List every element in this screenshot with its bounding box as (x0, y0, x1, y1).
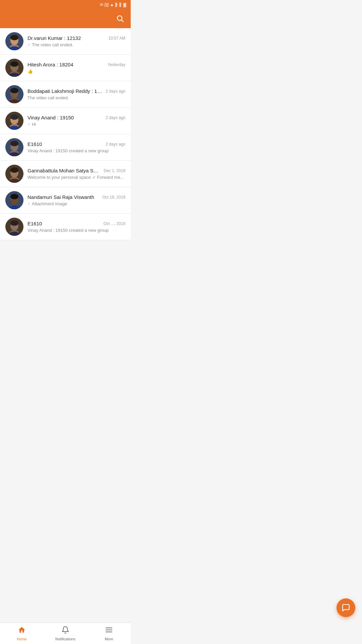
avatar (5, 112, 23, 130)
avatar (5, 85, 23, 103)
signal-icon: ▋ (115, 3, 118, 7)
chat-item[interactable]: Vinay Anand : 19150 2 days ago ✓Hi (0, 108, 131, 134)
svg-point-24 (10, 167, 18, 173)
avatar (5, 191, 23, 209)
chat-preview: ✓The video call ended. (27, 42, 125, 47)
chat-content: Boddapati Lakshmoji Reddy : 11... 2 days… (27, 88, 125, 100)
chat-preview: ✓Attachment Image (27, 201, 125, 206)
check-icon: ✓ (27, 43, 31, 47)
chat-header: E1610 2 days ago (27, 141, 125, 147)
svg-point-20 (10, 141, 18, 146)
chat-preview-text: Vinay Anand : 19150 created a new group (27, 228, 109, 233)
chat-header: Nandamuri Sai Raja Viswanth Oct 18, 2019 (27, 194, 125, 200)
chat-name: Hitesh Arora : 18204 (27, 62, 105, 67)
chat-name: Dr.varun Kumar : 12132 (27, 35, 106, 41)
chat-time: Dec 1, 2019 (104, 168, 125, 173)
chat-header: Gannabattula Mohan Satya Sai... Dec 1, 2… (27, 168, 125, 173)
svg-point-28 (10, 194, 18, 199)
chat-content: E1610 Oct ..., 2019 Vinay Anand : 19150 … (27, 221, 125, 233)
chat-item[interactable]: Nandamuri Sai Raja Viswanth Oct 18, 2019… (0, 187, 131, 214)
chat-item[interactable]: Dr.varun Kumar : 12132 10:57 AM ✓The vid… (0, 28, 131, 55)
chat-time: 2 days ago (106, 89, 125, 94)
avatar (5, 138, 23, 156)
chat-item[interactable]: Boddapati Lakshmoji Reddy : 11... 2 days… (0, 81, 131, 108)
chat-item[interactable]: E1610 2 days ago Vinay Anand : 19150 cre… (0, 134, 131, 161)
svg-point-12 (10, 88, 18, 93)
status-icons: ✉ N ▲ ▋ ▋ ▓ (100, 2, 126, 7)
nfc-icon: N (105, 3, 109, 7)
chat-header: Boddapati Lakshmoji Reddy : 11... 2 days… (27, 88, 125, 94)
chat-name: Vinay Anand : 19150 (27, 115, 103, 120)
status-bar: ✉ N ▲ ▋ ▋ ▓ (0, 0, 131, 9)
chat-time: Oct ..., 2019 (104, 221, 125, 226)
chat-preview: 👍 (27, 69, 125, 74)
chat-preview-text: Hi (32, 122, 36, 127)
chat-name: Gannabattula Mohan Satya Sai... (27, 168, 101, 173)
chat-preview: Welcome to your personal space ✓ Forward… (27, 175, 125, 180)
chat-name: Nandamuri Sai Raja Viswanth (27, 194, 100, 200)
chat-time: 2 days ago (106, 115, 125, 120)
chat-header: E1610 Oct ..., 2019 (27, 221, 125, 226)
avatar (5, 218, 23, 236)
chat-preview-emoji: 👍 (27, 69, 33, 74)
signal2-icon: ▋ (119, 3, 122, 7)
svg-point-8 (10, 61, 18, 67)
chat-header: Vinay Anand : 19150 2 days ago (27, 115, 125, 120)
chat-time: Yesterday (108, 62, 125, 67)
chat-content: Gannabattula Mohan Satya Sai... Dec 1, 2… (27, 168, 125, 180)
chat-time: Oct 18, 2019 (102, 195, 125, 200)
chat-preview-text: The video call ended. (32, 42, 73, 47)
gmail-icon: ✉ (100, 2, 103, 7)
svg-point-32 (10, 220, 18, 226)
search-button[interactable] (115, 13, 125, 25)
avatar (5, 32, 23, 50)
chat-time: 2 days ago (106, 142, 125, 147)
chat-preview-text: Attachment Image (32, 201, 67, 206)
chat-name: Boddapati Lakshmoji Reddy : 11... (27, 88, 103, 94)
chat-preview-text: The video call ended. (27, 95, 69, 100)
chat-name: E1610 (27, 141, 103, 147)
chat-preview-text: Vinay Anand : 19150 created a new group (27, 148, 109, 153)
chat-item[interactable]: E1610 Oct ..., 2019 Vinay Anand : 19150 … (0, 214, 131, 240)
chat-preview: Vinay Anand : 19150 created a new group (27, 228, 125, 233)
chat-preview: ✓Hi (27, 122, 125, 127)
chat-content: Dr.varun Kumar : 12132 10:57 AM ✓The vid… (27, 35, 125, 47)
svg-point-16 (10, 114, 18, 120)
chat-header: Hitesh Arora : 18204 Yesterday (27, 62, 125, 67)
chat-content: Hitesh Arora : 18204 Yesterday 👍 (27, 62, 125, 74)
chat-time: 10:57 AM (108, 36, 125, 41)
chat-preview: Vinay Anand : 19150 created a new group (27, 148, 125, 153)
avatar (5, 165, 23, 183)
chat-list: Dr.varun Kumar : 12132 10:57 AM ✓The vid… (0, 28, 131, 240)
svg-point-4 (10, 35, 18, 40)
wifi-icon: ▲ (110, 2, 114, 7)
chat-name: E1610 (27, 221, 101, 226)
chat-preview-text: Welcome to your personal space ✓ Forward… (27, 175, 124, 180)
chat-item[interactable]: Gannabattula Mohan Satya Sai... Dec 1, 2… (0, 161, 131, 187)
main-content: Dr.varun Kumar : 12132 10:57 AM ✓The vid… (0, 28, 131, 262)
app-bar (0, 9, 131, 28)
chat-content: Vinay Anand : 19150 2 days ago ✓Hi (27, 115, 125, 127)
chat-header: Dr.varun Kumar : 12132 10:57 AM (27, 35, 125, 41)
check-icon: ✓ (27, 202, 31, 206)
check-icon: ✓ (27, 122, 31, 126)
search-icon (116, 14, 124, 22)
chat-content: Nandamuri Sai Raja Viswanth Oct 18, 2019… (27, 194, 125, 206)
chat-item[interactable]: Hitesh Arora : 18204 Yesterday 👍 (0, 55, 131, 81)
chat-content: E1610 2 days ago Vinay Anand : 19150 cre… (27, 141, 125, 153)
svg-line-1 (122, 20, 124, 22)
avatar (5, 59, 23, 77)
battery-icon: ▓ (123, 3, 126, 7)
chat-preview: The video call ended. (27, 95, 125, 100)
